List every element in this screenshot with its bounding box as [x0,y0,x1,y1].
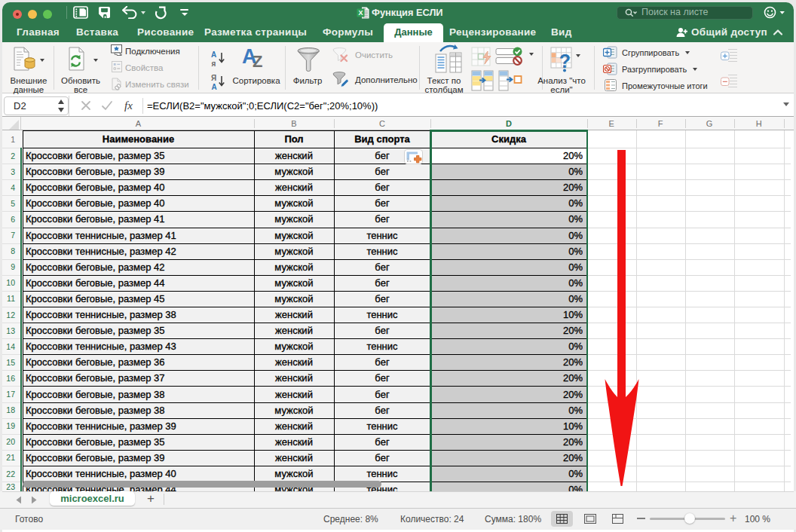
svg-text:А: А [212,83,217,91]
svg-text:А: А [211,50,216,59]
svg-text:Z: Z [253,52,262,71]
svg-text:?: ? [559,50,571,72]
svg-text:я: я [212,60,216,68]
svg-text:Я: Я [211,74,216,82]
svg-text:X: X [358,9,363,17]
